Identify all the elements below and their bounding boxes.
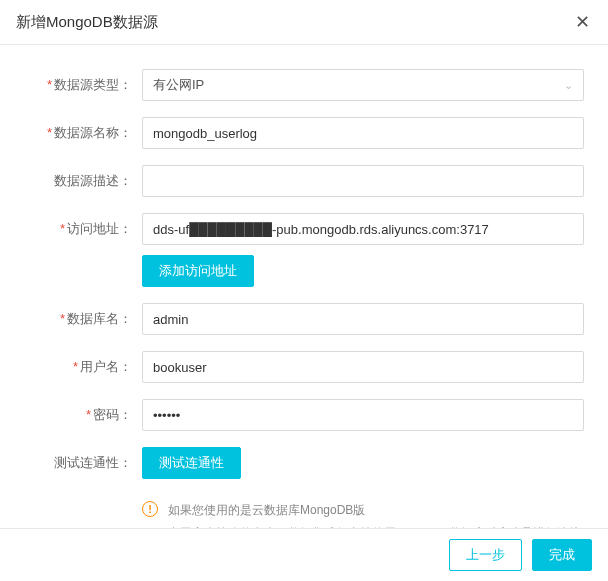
label-pwd: *密码： bbox=[24, 399, 142, 431]
label-desc: 数据源描述： bbox=[24, 165, 142, 197]
datasource-name-input[interactable] bbox=[142, 117, 584, 149]
chevron-down-icon: ⌄ bbox=[564, 79, 573, 92]
datasource-type-select[interactable]: 有公网IP ⌄ bbox=[142, 69, 584, 101]
label-url: *访问地址： bbox=[24, 213, 142, 245]
select-value: 有公网IP bbox=[153, 76, 204, 94]
access-url-input[interactable] bbox=[142, 213, 584, 245]
test-connection-button[interactable]: 测试连通性 bbox=[142, 447, 241, 479]
label-type: *数据源类型： bbox=[24, 69, 142, 101]
username-input[interactable] bbox=[142, 351, 584, 383]
dialog-body: *数据源类型： 有公网IP ⌄ *数据源名称： 数据源描述： *访问地址： bbox=[0, 45, 608, 528]
previous-button[interactable]: 上一步 bbox=[449, 539, 522, 571]
finish-button[interactable]: 完成 bbox=[532, 539, 592, 571]
database-name-input[interactable] bbox=[142, 303, 584, 335]
close-icon: ✕ bbox=[575, 11, 590, 33]
dialog-footer: 上一步 完成 bbox=[0, 528, 608, 581]
password-input[interactable] bbox=[142, 399, 584, 431]
label-db: *数据库名： bbox=[24, 303, 142, 335]
info-box: ! 如果您使用的是云数据库MongoDB版 出于安全策略的考虑，数据集成仅支持使… bbox=[24, 499, 584, 528]
label-test: 测试连通性： bbox=[24, 447, 142, 479]
label-name: *数据源名称： bbox=[24, 117, 142, 149]
add-url-button[interactable]: 添加访问地址 bbox=[142, 255, 254, 287]
dialog-header: 新增MongoDB数据源 ✕ bbox=[0, 0, 608, 45]
dialog-title: 新增MongoDB数据源 bbox=[16, 13, 158, 32]
info-text: 如果您使用的是云数据库MongoDB版 出于安全策略的考虑，数据集成仅支持使用M… bbox=[168, 499, 581, 528]
label-user: *用户名： bbox=[24, 351, 142, 383]
info-icon: ! bbox=[142, 501, 158, 517]
datasource-desc-input[interactable] bbox=[142, 165, 584, 197]
close-button[interactable]: ✕ bbox=[572, 12, 592, 32]
